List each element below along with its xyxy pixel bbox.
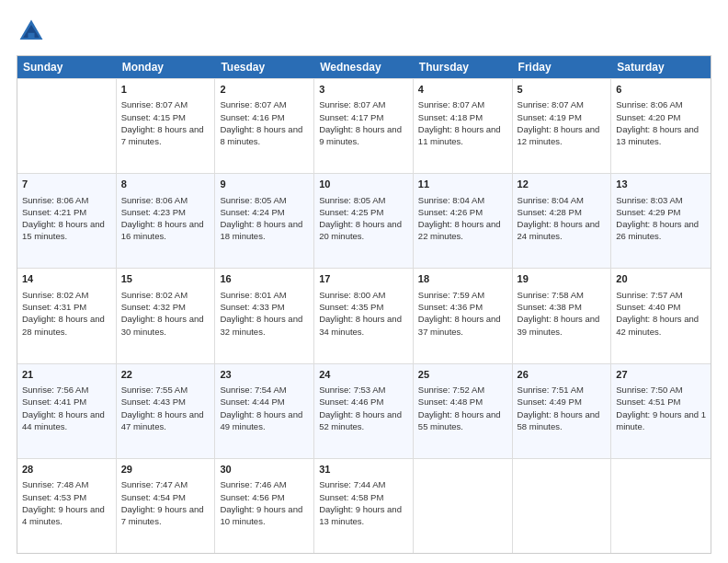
day-number: 6: [616, 83, 706, 97]
daylight-text: Daylight: 8 hours and 7 minutes.: [121, 123, 210, 148]
day-number: 11: [418, 178, 507, 191]
day-number: 12: [518, 178, 607, 191]
day-cell-21: 21Sunrise: 7:56 AMSunset: 4:41 PMDayligh…: [17, 364, 117, 458]
day-cell-30: 30Sunrise: 7:46 AMSunset: 4:56 PMDayligh…: [215, 459, 314, 553]
sunset-text: Sunset: 4:58 PM: [319, 491, 408, 503]
sunrise-text: Sunrise: 8:06 AM: [22, 194, 111, 206]
calendar-row-2: 7Sunrise: 8:06 AMSunset: 4:21 PMDaylight…: [17, 173, 711, 268]
sunrise-text: Sunrise: 8:03 AM: [616, 194, 706, 206]
sunset-text: Sunset: 4:56 PM: [220, 491, 309, 503]
header-day-thursday: Thursday: [414, 56, 513, 78]
sunset-text: Sunset: 4:48 PM: [418, 396, 507, 408]
day-number: 17: [319, 272, 408, 286]
empty-cell: [414, 459, 513, 553]
daylight-text: Daylight: 8 hours and 42 minutes.: [616, 313, 706, 338]
sunrise-text: Sunrise: 8:02 AM: [22, 289, 111, 301]
sunset-text: Sunset: 4:25 PM: [319, 206, 408, 218]
day-cell-11: 11Sunrise: 8:04 AMSunset: 4:26 PMDayligh…: [414, 174, 513, 268]
sunrise-text: Sunrise: 7:56 AM: [22, 384, 111, 396]
svg-rect-2: [28, 33, 34, 40]
daylight-text: Daylight: 8 hours and 30 minutes.: [121, 313, 210, 338]
sunrise-text: Sunrise: 8:05 AM: [220, 194, 309, 206]
sunset-text: Sunset: 4:53 PM: [22, 491, 111, 503]
sunset-text: Sunset: 4:29 PM: [616, 206, 706, 218]
sunrise-text: Sunrise: 8:07 AM: [518, 98, 607, 110]
day-cell-14: 14Sunrise: 8:02 AMSunset: 4:31 PMDayligh…: [17, 269, 117, 362]
daylight-text: Daylight: 8 hours and 52 minutes.: [319, 408, 408, 433]
sunset-text: Sunset: 4:23 PM: [121, 206, 210, 218]
calendar-row-4: 21Sunrise: 7:56 AMSunset: 4:41 PMDayligh…: [17, 363, 711, 458]
sunset-text: Sunset: 4:36 PM: [418, 301, 507, 313]
day-cell-24: 24Sunrise: 7:53 AMSunset: 4:46 PMDayligh…: [314, 364, 414, 458]
sunrise-text: Sunrise: 8:07 AM: [319, 98, 408, 110]
day-number: 3: [319, 83, 408, 97]
header-day-sunday: Sunday: [17, 56, 117, 78]
day-number: 16: [220, 272, 309, 286]
day-cell-27: 27Sunrise: 7:50 AMSunset: 4:51 PMDayligh…: [611, 364, 711, 458]
day-cell-23: 23Sunrise: 7:54 AMSunset: 4:44 PMDayligh…: [215, 364, 314, 458]
sunset-text: Sunset: 4:32 PM: [121, 301, 210, 313]
daylight-text: Daylight: 8 hours and 32 minutes.: [220, 313, 309, 338]
sunset-text: Sunset: 4:38 PM: [518, 301, 607, 313]
empty-cell: [17, 79, 117, 173]
logo: [17, 17, 50, 46]
sunset-text: Sunset: 4:17 PM: [319, 111, 408, 123]
sunrise-text: Sunrise: 7:44 AM: [319, 478, 408, 490]
day-number: 9: [220, 178, 309, 191]
sunrise-text: Sunrise: 8:06 AM: [121, 194, 210, 206]
day-cell-26: 26Sunrise: 7:51 AMSunset: 4:49 PMDayligh…: [513, 364, 612, 458]
sunset-text: Sunset: 4:35 PM: [319, 301, 408, 313]
day-number: 30: [220, 463, 309, 477]
sunset-text: Sunset: 4:41 PM: [22, 396, 111, 408]
day-cell-31: 31Sunrise: 7:44 AMSunset: 4:58 PMDayligh…: [314, 459, 414, 553]
sunrise-text: Sunrise: 8:04 AM: [518, 194, 607, 206]
day-cell-16: 16Sunrise: 8:01 AMSunset: 4:33 PMDayligh…: [215, 269, 314, 362]
day-cell-3: 3Sunrise: 8:07 AMSunset: 4:17 PMDaylight…: [314, 79, 414, 173]
day-number: 13: [616, 178, 706, 191]
day-cell-7: 7Sunrise: 8:06 AMSunset: 4:21 PMDaylight…: [17, 174, 117, 268]
day-number: 25: [418, 368, 507, 382]
calendar: SundayMondayTuesdayWednesdayThursdayFrid…: [17, 55, 711, 554]
sunrise-text: Sunrise: 7:58 AM: [518, 289, 607, 301]
daylight-text: Daylight: 8 hours and 13 minutes.: [616, 123, 706, 148]
daylight-text: Daylight: 8 hours and 8 minutes.: [220, 123, 309, 148]
sunset-text: Sunset: 4:28 PM: [518, 206, 607, 218]
day-cell-9: 9Sunrise: 8:05 AMSunset: 4:24 PMDaylight…: [215, 174, 314, 268]
daylight-text: Daylight: 9 hours and 13 minutes.: [319, 503, 408, 528]
sunrise-text: Sunrise: 8:07 AM: [220, 98, 309, 110]
day-number: 23: [220, 368, 309, 382]
daylight-text: Daylight: 8 hours and 9 minutes.: [319, 123, 408, 148]
day-number: 28: [22, 463, 111, 477]
sunrise-text: Sunrise: 7:48 AM: [22, 478, 111, 490]
sunrise-text: Sunrise: 7:52 AM: [418, 384, 507, 396]
day-number: 19: [518, 272, 607, 286]
daylight-text: Daylight: 8 hours and 24 minutes.: [518, 218, 607, 243]
day-number: 22: [121, 368, 210, 382]
day-cell-25: 25Sunrise: 7:52 AMSunset: 4:48 PMDayligh…: [414, 364, 513, 458]
sunrise-text: Sunrise: 8:07 AM: [121, 98, 210, 110]
calendar-body: 1Sunrise: 8:07 AMSunset: 4:15 PMDaylight…: [17, 78, 711, 553]
daylight-text: Daylight: 8 hours and 49 minutes.: [220, 408, 309, 433]
empty-cell: [611, 459, 711, 553]
sunrise-text: Sunrise: 8:01 AM: [220, 289, 309, 301]
calendar-row-1: 1Sunrise: 8:07 AMSunset: 4:15 PMDaylight…: [17, 78, 711, 173]
sunset-text: Sunset: 4:20 PM: [616, 111, 706, 123]
day-cell-19: 19Sunrise: 7:58 AMSunset: 4:38 PMDayligh…: [513, 269, 612, 362]
sunset-text: Sunset: 4:44 PM: [220, 396, 309, 408]
daylight-text: Daylight: 8 hours and 44 minutes.: [22, 408, 111, 433]
day-cell-6: 6Sunrise: 8:06 AMSunset: 4:20 PMDaylight…: [611, 79, 711, 173]
day-number: 1: [121, 83, 210, 97]
day-cell-5: 5Sunrise: 8:07 AMSunset: 4:19 PMDaylight…: [513, 79, 612, 173]
calendar-header: SundayMondayTuesdayWednesdayThursdayFrid…: [17, 56, 711, 78]
daylight-text: Daylight: 9 hours and 1 minute.: [616, 408, 706, 433]
sunrise-text: Sunrise: 7:54 AM: [220, 384, 309, 396]
day-cell-20: 20Sunrise: 7:57 AMSunset: 4:40 PMDayligh…: [611, 269, 711, 362]
sunrise-text: Sunrise: 7:59 AM: [418, 289, 507, 301]
sunrise-text: Sunrise: 7:57 AM: [616, 289, 706, 301]
sunset-text: Sunset: 4:21 PM: [22, 206, 111, 218]
sunset-text: Sunset: 4:49 PM: [518, 396, 607, 408]
daylight-text: Daylight: 8 hours and 16 minutes.: [121, 218, 210, 243]
day-number: 7: [22, 178, 111, 191]
daylight-text: Daylight: 8 hours and 58 minutes.: [518, 408, 607, 433]
day-cell-4: 4Sunrise: 8:07 AMSunset: 4:18 PMDaylight…: [414, 79, 513, 173]
